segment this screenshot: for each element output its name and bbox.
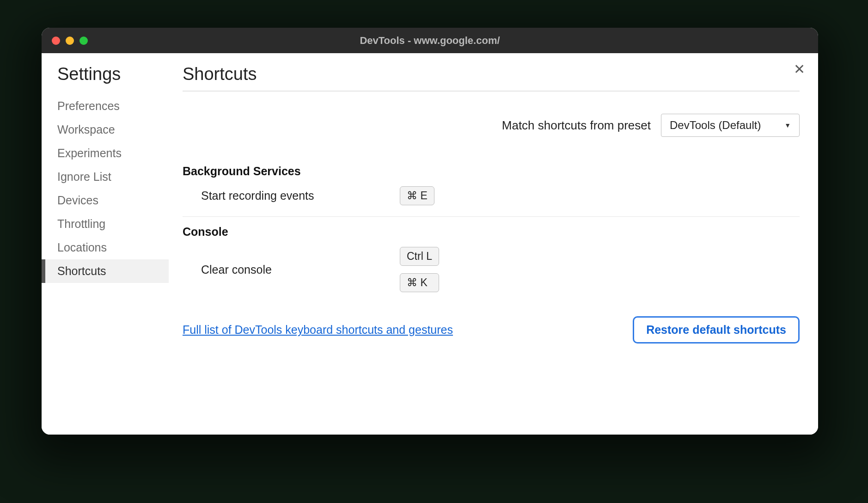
sidebar: Settings Preferences Workspace Experimen… [42,53,169,435]
section-header-console: Console [183,225,800,239]
sidebar-item-label: Locations [57,241,107,254]
chevron-down-icon: ▼ [784,122,791,129]
divider [183,91,800,92]
content-pane: Shortcuts Match shortcuts from preset De… [169,53,818,435]
sidebar-item-label: Preferences [57,99,120,112]
preset-row: Match shortcuts from preset DevTools (De… [183,114,800,137]
full-shortcut-list-link[interactable]: Full list of DevTools keyboard shortcuts… [183,323,453,337]
preset-select[interactable]: DevTools (Default) ▼ [661,114,800,137]
shortcut-keys: ⌘ E [400,186,434,205]
sidebar-item-locations[interactable]: Locations [42,236,169,259]
sidebar-item-experiments[interactable]: Experiments [42,141,169,165]
preset-value: DevTools (Default) [670,119,761,132]
shortcut-keys: Ctrl L ⌘ K [400,247,439,292]
kbd: Ctrl L [400,247,439,266]
kbd: ⌘ K [400,273,439,292]
sidebar-item-workspace[interactable]: Workspace [42,118,169,141]
window: DevTools - www.google.com/ ✕ Settings Pr… [42,28,818,435]
traffic-lights [52,37,88,45]
sidebar-item-label: Ignore List [57,170,111,183]
preset-label: Match shortcuts from preset [502,118,651,133]
sidebar-item-label: Throttling [57,217,105,230]
window-title: DevTools - www.google.com/ [42,35,818,47]
titlebar: DevTools - www.google.com/ [42,28,818,53]
sidebar-item-preferences[interactable]: Preferences [42,94,169,118]
kbd: ⌘ E [400,186,434,205]
close-icon[interactable]: ✕ [794,62,805,76]
footer-row: Full list of DevTools keyboard shortcuts… [183,316,800,344]
sidebar-item-label: Shortcuts [57,264,106,277]
sidebar-item-ignore-list[interactable]: Ignore List [42,165,169,189]
shortcut-row: Clear console Ctrl L ⌘ K [183,247,800,301]
page-title: Shortcuts [183,64,800,84]
close-window-button[interactable] [52,37,60,45]
shortcut-row: Start recording events ⌘ E [183,186,800,214]
sidebar-item-label: Workspace [57,123,115,136]
sidebar-item-shortcuts[interactable]: Shortcuts [42,259,169,283]
shortcut-label: Start recording events [201,189,400,202]
restore-default-shortcuts-button[interactable]: Restore default shortcuts [633,316,800,344]
sidebar-item-devices[interactable]: Devices [42,189,169,212]
settings-body: ✕ Settings Preferences Workspace Experim… [42,53,818,435]
shortcut-label: Clear console [201,263,400,276]
sidebar-item-label: Devices [57,194,98,207]
sidebar-item-throttling[interactable]: Throttling [42,212,169,236]
fullscreen-window-button[interactable] [79,37,88,45]
minimize-window-button[interactable] [66,37,74,45]
section-header-background-services: Background Services [183,165,800,178]
sidebar-item-label: Experiments [57,147,122,159]
sidebar-title: Settings [42,64,169,84]
divider [183,216,800,217]
